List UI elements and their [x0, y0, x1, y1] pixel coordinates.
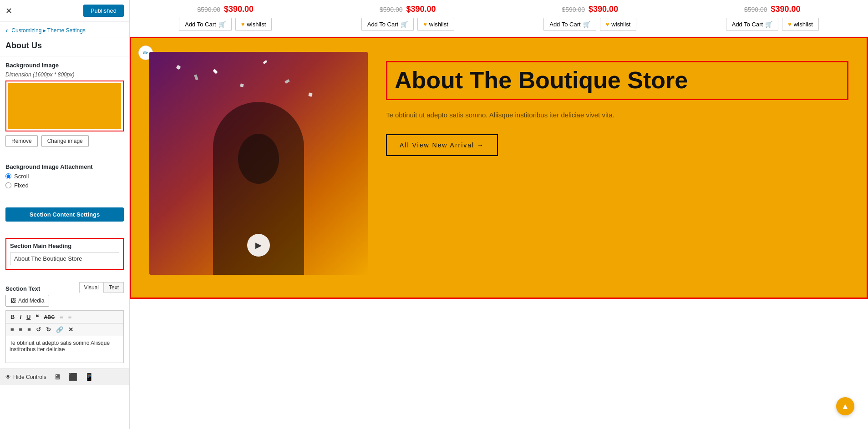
play-button[interactable]: ▶	[247, 234, 270, 257]
price-sale: $390.00	[589, 5, 618, 14]
image-btn-row: Remove Change image	[5, 135, 124, 147]
bg-image-label: Background Image	[5, 62, 124, 69]
remove-format-button[interactable]: ✕	[66, 325, 75, 334]
strikethrough-button[interactable]: ABC	[42, 313, 56, 321]
panel-bottom-bar: 👁 Hide Controls 🖥 ⬛ 📱	[0, 368, 129, 385]
eye-icon: 👁	[5, 374, 11, 380]
about-heading-box: About The Boutique Store	[386, 61, 848, 100]
editor-area[interactable]: Te obtinuit ut adepto satis somno Aliisq…	[5, 336, 124, 363]
main-heading-section: Section Main Heading	[0, 232, 129, 280]
underline-button[interactable]: U	[25, 313, 32, 321]
price-row: $590.00 $390.00	[380, 5, 436, 14]
link-button[interactable]: 🔗	[54, 325, 65, 334]
price-row: $590.00 $390.00	[197, 5, 254, 14]
product-btns: Add To Cart 🛒 ♥ wishlist	[179, 18, 272, 31]
hide-controls-label: Hide Controls	[13, 374, 46, 380]
unordered-list-button[interactable]: ≡	[58, 313, 65, 321]
section-heading-input[interactable]	[10, 252, 119, 265]
redo-button[interactable]: ↻	[44, 325, 53, 334]
desktop-icon[interactable]: 🖥	[54, 373, 61, 381]
price-original: $590.00	[744, 6, 767, 13]
heart-icon: ♥	[788, 21, 792, 28]
pencil-icon: ✏	[143, 49, 148, 56]
wishlist-label: wishlist	[429, 21, 448, 28]
add-to-cart-button[interactable]: Add To Cart 🛒	[543, 18, 596, 31]
scroll-up-button[interactable]: ▲	[836, 397, 854, 415]
view-arrival-button[interactable]: All View New Arrival →	[386, 134, 498, 156]
published-button[interactable]: Published	[83, 5, 124, 17]
price-row: $590.00 $390.00	[744, 5, 801, 14]
cart-icon: 🛒	[401, 21, 408, 28]
product-btns: Add To Cart 🛒 ♥ wishlist	[726, 18, 819, 31]
quote-button[interactable]: ❝	[34, 313, 41, 321]
panel-top-bar: ✕ Published	[0, 0, 129, 22]
panel-nav: ‹ Customizing ▸ Theme Settings	[0, 22, 129, 37]
right-preview: $590.00 $390.00 Add To Cart 🛒 ♥ wishlist…	[130, 0, 868, 429]
bg-image-box-wrapper	[5, 81, 124, 131]
remove-button[interactable]: Remove	[5, 135, 38, 147]
italic-button[interactable]: I	[18, 313, 23, 321]
bg-image-box[interactable]	[8, 83, 121, 129]
about-section: ✏	[130, 37, 868, 299]
cart-label: Add To Cart	[185, 21, 216, 28]
bold-button[interactable]: B	[9, 313, 16, 321]
add-media-icon: 🖼	[10, 298, 16, 304]
cart-label: Add To Cart	[367, 21, 398, 28]
wishlist-button[interactable]: ♥ wishlist	[782, 18, 819, 31]
panel-title: About Us	[0, 37, 129, 56]
scroll-up-icon: ▲	[841, 402, 849, 411]
add-to-cart-button[interactable]: Add To Cart 🛒	[361, 18, 414, 31]
wishlist-label: wishlist	[794, 21, 813, 28]
section-main-heading-label: Section Main Heading	[10, 242, 119, 249]
attachment-section: Background Image Attachment Scroll Fixed	[0, 158, 129, 197]
tab-visual[interactable]: Visual	[79, 282, 104, 293]
add-media-button[interactable]: 🖼 Add Media	[5, 295, 49, 307]
product-btns: Add To Cart 🛒 ♥ wishlist	[543, 18, 636, 31]
wishlist-button[interactable]: ♥ wishlist	[417, 18, 454, 31]
price-sale: $390.00	[771, 5, 801, 14]
section-content-section: Section Content Settings	[0, 202, 129, 232]
section-content-button[interactable]: Section Content Settings	[5, 207, 124, 222]
heart-icon: ♥	[241, 21, 245, 28]
price-original: $590.00	[197, 6, 220, 13]
about-content: About The Boutique Store Te obtinuit ut …	[386, 52, 848, 156]
bg-image-section: Background Image Dimension (1600px * 800…	[0, 56, 129, 158]
align-center-button[interactable]: ≡	[17, 325, 25, 334]
ordered-list-button[interactable]: ≡	[66, 313, 74, 321]
undo-button[interactable]: ↺	[34, 325, 43, 334]
view-arrival-label: All View New Arrival →	[400, 141, 484, 149]
change-image-button[interactable]: Change image	[41, 135, 89, 147]
add-media-label: Add Media	[18, 298, 44, 304]
product-item: $590.00 $390.00 Add To Cart 🛒 ♥ wishlist	[686, 5, 859, 31]
tablet-icon[interactable]: ⬛	[68, 373, 77, 381]
price-original: $590.00	[380, 6, 403, 13]
heart-icon: ♥	[423, 21, 427, 28]
fixed-radio[interactable]	[5, 182, 11, 188]
section-text-section: Section Text 🖼 Add Media Visual Text B I…	[0, 280, 129, 368]
scroll-label: Scroll	[14, 173, 29, 180]
back-arrow[interactable]: ‹	[5, 26, 8, 35]
editor-toolbar: B I U ❝ ABC ≡ ≡	[5, 310, 124, 323]
hide-controls-button[interactable]: 👁 Hide Controls	[5, 374, 46, 380]
heart-icon: ♥	[606, 21, 609, 28]
cart-label: Add To Cart	[732, 21, 763, 28]
cart-icon: 🛒	[218, 21, 226, 28]
bg-dimension-label: Dimension (1600px * 800px)	[5, 71, 124, 78]
wishlist-button[interactable]: ♥ wishlist	[600, 18, 637, 31]
fixed-radio-row: Fixed	[5, 182, 124, 189]
left-panel: ✕ Published ‹ Customizing ▸ Theme Settin…	[0, 0, 130, 429]
align-left-button[interactable]: ≡	[9, 325, 16, 334]
tab-text[interactable]: Text	[104, 282, 124, 293]
add-to-cart-button[interactable]: Add To Cart 🛒	[726, 18, 778, 31]
fixed-label: Fixed	[14, 182, 29, 189]
align-right-button[interactable]: ≡	[25, 325, 33, 334]
add-to-cart-button[interactable]: Add To Cart 🛒	[179, 18, 231, 31]
scroll-radio[interactable]	[5, 173, 11, 179]
wishlist-button[interactable]: ♥ wishlist	[235, 18, 272, 31]
breadcrumb: Customizing ▸ Theme Settings	[11, 27, 86, 34]
mobile-icon[interactable]: 📱	[85, 373, 94, 381]
close-icon[interactable]: ✕	[5, 6, 12, 16]
cart-label: Add To Cart	[549, 21, 580, 28]
editor-tabs: Visual Text	[79, 282, 124, 293]
price-sale: $390.00	[406, 5, 436, 14]
